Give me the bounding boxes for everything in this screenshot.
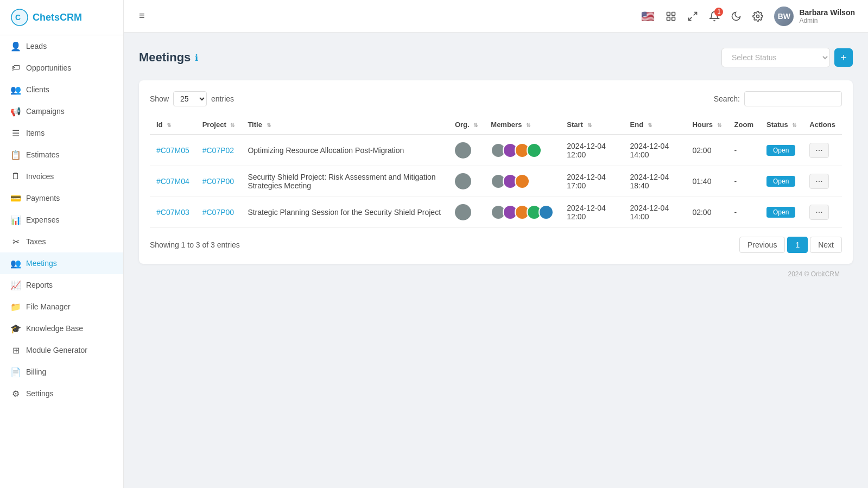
member-avatar	[515, 174, 530, 189]
hamburger-button[interactable]: ≡	[137, 8, 147, 24]
col-project[interactable]: Project ⇅	[196, 115, 242, 135]
sidebar-item-billing[interactable]: 📄 Billing	[0, 361, 123, 383]
meeting-id-link[interactable]: #C07M03	[156, 208, 189, 217]
table-row: #C07M04 #C07P00 Security Shield Project:…	[150, 166, 842, 197]
col-hours[interactable]: Hours ⇅	[686, 115, 727, 135]
row-action-button[interactable]: ···	[809, 205, 828, 220]
org-avatar	[455, 204, 471, 220]
sidebar-item-estimates[interactable]: 📋 Estimates	[0, 144, 123, 166]
cell-start: 2024-12-04 12:00	[560, 197, 623, 228]
module-generator-icon: ⊞	[11, 345, 21, 355]
pagination: Previous 1 Next	[739, 237, 842, 253]
project-link[interactable]: #C07P02	[202, 146, 234, 155]
status-badge: Open	[766, 145, 795, 156]
sidebar-item-payments[interactable]: 💳 Payments	[0, 187, 123, 209]
sidebar-item-knowledge-base[interactable]: 🎓 Knowledge Base	[0, 318, 123, 339]
meeting-id-link[interactable]: #C07M04	[156, 177, 189, 186]
entries-select[interactable]: 25 10 50 100	[173, 91, 207, 106]
sidebar-item-taxes[interactable]: ✂ Taxes	[0, 231, 123, 252]
sidebar-item-campaigns[interactable]: 📢 Campaigns	[0, 100, 123, 122]
invoices-icon: 🗒	[11, 172, 21, 181]
sidebar-item-clients[interactable]: 👥 Clients	[0, 79, 123, 100]
sidebar-item-settings[interactable]: ⚙ Settings	[0, 383, 123, 404]
sidebar-item-expenses[interactable]: 📊 Expenses	[0, 209, 123, 231]
member-avatar	[538, 205, 554, 220]
sidebar-label-clients: Clients	[26, 85, 49, 94]
cell-end: 2024-12-04 14:00	[624, 197, 686, 228]
cell-project: #C07P00	[196, 197, 242, 228]
col-start[interactable]: Start ⇅	[560, 115, 623, 135]
file-manager-icon: 📁	[11, 302, 21, 312]
col-status[interactable]: Status ⇅	[760, 115, 803, 135]
member-avatar	[527, 143, 542, 158]
settings-icon: ⚙	[11, 389, 21, 398]
cell-start: 2024-12-04 12:00	[560, 135, 623, 166]
sidebar-item-invoices[interactable]: 🗒 Invoices	[0, 166, 123, 187]
main-area: ≡ 🇺🇸 1	[124, 0, 868, 488]
sidebar: C ChetsCRM 👤 Leads🏷 Opportunities👥 Clien…	[0, 0, 124, 488]
sidebar-label-payments: Payments	[26, 194, 60, 202]
sidebar-item-items[interactable]: ☰ Items	[0, 122, 123, 144]
cell-zoom: -	[728, 166, 760, 197]
svg-rect-2	[667, 12, 670, 15]
cell-actions: ···	[803, 197, 842, 228]
row-action-button[interactable]: ···	[809, 143, 828, 158]
notification-icon[interactable]: 1	[709, 11, 720, 22]
page-1-button[interactable]: 1	[787, 237, 808, 253]
sidebar-item-module-generator[interactable]: ⊞ Module Generator	[0, 339, 123, 361]
table-header: Id ⇅ Project ⇅ Title ⇅ Org. ⇅ Members ⇅ …	[150, 115, 842, 135]
sidebar-item-meetings[interactable]: 👥 Meetings	[0, 252, 123, 274]
flag-icon[interactable]: 🇺🇸	[641, 10, 655, 23]
add-button[interactable]: +	[834, 48, 853, 67]
table-row: #C07M05 #C07P02 Optimizing Resource Allo…	[150, 135, 842, 166]
estimates-icon: 📋	[11, 150, 21, 160]
avatar: BW	[774, 7, 794, 26]
next-button[interactable]: Next	[810, 237, 842, 253]
info-icon[interactable]: ℹ	[195, 53, 198, 63]
sidebar-nav: 👤 Leads🏷 Opportunities👥 Clients📢 Campaig…	[0, 35, 123, 404]
sidebar-label-reports: Reports	[26, 281, 53, 289]
col-id[interactable]: Id ⇅	[150, 115, 196, 135]
sidebar-item-reports[interactable]: 📈 Reports	[0, 274, 123, 296]
col-end[interactable]: End ⇅	[624, 115, 686, 135]
status-select[interactable]: Select Status Open Closed Pending	[721, 48, 830, 67]
page-header: Meetings ℹ Select Status Open Closed Pen…	[139, 48, 853, 67]
settings-gear-icon[interactable]	[752, 11, 763, 22]
sidebar-item-opportunities[interactable]: 🏷 Opportunities	[0, 57, 123, 79]
col-members[interactable]: Members ⇅	[484, 115, 560, 135]
cell-status: Open	[760, 197, 803, 228]
project-link[interactable]: #C07P00	[202, 177, 234, 186]
dark-mode-icon[interactable]	[731, 11, 742, 22]
col-title[interactable]: Title ⇅	[241, 115, 448, 135]
search-input[interactable]	[744, 91, 842, 106]
status-badge: Open	[766, 176, 795, 187]
items-icon: ☰	[11, 128, 21, 138]
fullscreen-icon[interactable]	[687, 11, 698, 22]
reports-icon: 📈	[11, 280, 21, 290]
header-right: 🇺🇸 1	[641, 7, 855, 26]
cell-actions: ···	[803, 166, 842, 197]
page-header-actions: Select Status Open Closed Pending +	[721, 48, 853, 67]
sidebar-item-file-manager[interactable]: 📁 File Manager	[0, 296, 123, 318]
project-link[interactable]: #C07P00	[202, 208, 234, 217]
billing-icon: 📄	[11, 367, 21, 377]
apps-icon[interactable]	[666, 11, 676, 22]
meetings-table: Id ⇅ Project ⇅ Title ⇅ Org. ⇅ Members ⇅ …	[150, 115, 842, 228]
sidebar-label-knowledge-base: Knowledge Base	[26, 324, 83, 333]
cell-hours: 01:40	[686, 166, 727, 197]
table-row: #C07M03 #C07P00 Strategic Planning Sessi…	[150, 197, 842, 228]
knowledge-base-icon: 🎓	[11, 324, 21, 333]
svg-text:C: C	[15, 13, 21, 22]
cell-id: #C07M04	[150, 166, 196, 197]
previous-button[interactable]: Previous	[739, 237, 785, 253]
row-action-button[interactable]: ···	[809, 174, 828, 189]
cell-title: Strategic Planning Session for the Secur…	[241, 197, 448, 228]
user-name: Barbara Wilson	[799, 8, 855, 17]
sidebar-item-leads[interactable]: 👤 Leads	[0, 35, 123, 57]
cell-project: #C07P00	[196, 166, 242, 197]
showing-info: Showing 1 to 3 of 3 entries	[150, 240, 240, 249]
svg-line-7	[689, 17, 692, 20]
user-info[interactable]: BW Barbara Wilson Admin	[774, 7, 855, 26]
col-org[interactable]: Org. ⇅	[448, 115, 484, 135]
meeting-id-link[interactable]: #C07M05	[156, 146, 189, 155]
